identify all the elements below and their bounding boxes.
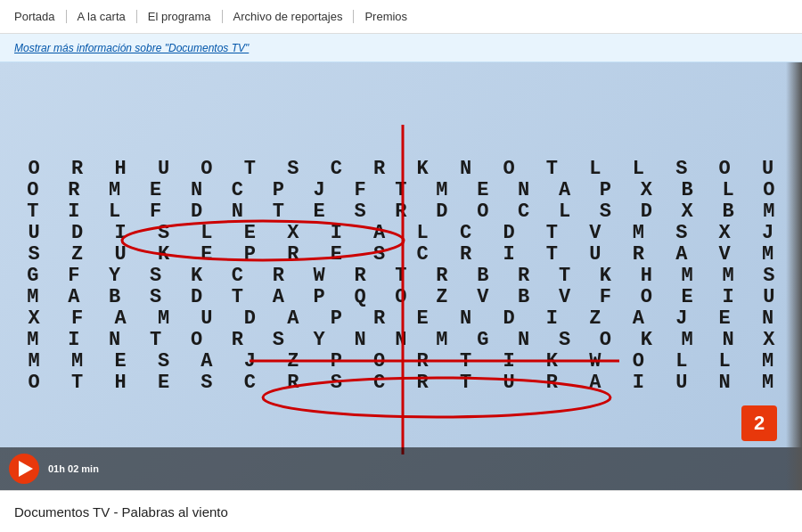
nav-archivo[interactable]: Archivo de reportajes <box>223 10 355 23</box>
grid-cell: O <box>630 288 662 307</box>
grid-cell: A <box>262 288 294 307</box>
grid-cell: Z <box>61 245 94 265</box>
grid-cell: R <box>406 352 438 372</box>
grid-cell: N <box>450 160 482 179</box>
nav-portada[interactable]: Portada <box>14 10 67 23</box>
nav-a-la-carta[interactable]: A la carta <box>67 10 137 23</box>
grid-row: O T H E S C R S C R T U R A I U N M <box>12 373 790 393</box>
grid-cell: P <box>262 181 294 201</box>
grid-cell: N <box>712 331 744 350</box>
grid-cell: O <box>17 181 49 201</box>
grid-cell: M <box>752 373 784 393</box>
grid-row: O R H U O T S C R K N O T L L S O U <box>12 160 790 179</box>
grid-cell: S <box>753 266 785 286</box>
grid-cell: L <box>622 160 654 179</box>
grid-cell: G <box>467 331 499 350</box>
grid-cell: M <box>61 352 94 372</box>
grid-cell: B <box>508 288 540 307</box>
grid-cell: U <box>579 245 611 265</box>
grid-cell: O <box>181 331 213 350</box>
word-search-grid: O R H U O T S C R K N O T L L S O U O R … <box>0 62 802 490</box>
grid-cell: I <box>493 245 525 265</box>
grid-cell: T <box>450 373 482 393</box>
grid-cell: P <box>303 288 335 307</box>
grid-cell: C <box>406 245 438 265</box>
grid-cell: Y <box>99 266 131 286</box>
grid-cell: A <box>622 309 654 329</box>
grid-cell: S <box>18 245 50 265</box>
grid-cell: X <box>18 309 50 329</box>
grid-cell: S <box>262 331 294 350</box>
channel-logo: 2 <box>741 405 777 441</box>
play-button[interactable] <box>9 454 39 484</box>
nav-premios[interactable]: Premios <box>354 10 418 23</box>
grid-cell: U <box>104 245 136 265</box>
grid-cell: R <box>364 160 396 179</box>
grid-cell: E <box>140 181 172 201</box>
grid-cell: N <box>508 331 540 350</box>
grid-cell: S <box>589 202 621 222</box>
grid-cell: J <box>752 224 784 243</box>
grid-cell: S <box>666 160 698 179</box>
grid-cell: S <box>148 224 180 243</box>
info-bar[interactable]: Mostrar más información sobre "Documento… <box>0 34 802 62</box>
grid-cell: T <box>385 266 417 286</box>
grid-cell: R <box>364 309 396 329</box>
grid-cell: X <box>708 224 741 243</box>
grid-cell: L <box>549 202 581 222</box>
grid-cell: D <box>233 309 266 329</box>
grid-cell: O <box>622 352 654 372</box>
grid-cell: E <box>320 245 352 265</box>
grid-cell: T <box>140 331 172 350</box>
time-display: 01h 02 min <box>48 463 99 474</box>
nav-el-programa[interactable]: El programa <box>137 10 223 23</box>
grid-cell: R <box>426 266 458 286</box>
grid-cell: O <box>18 160 50 179</box>
grid-cell: N <box>752 309 784 329</box>
grid-cell: P <box>589 181 621 201</box>
grid-cell: R <box>536 373 568 393</box>
grid-row-aprendizaje: X F A M U D A P R E N D I Z A J E N <box>12 309 790 329</box>
grid-cell: A <box>277 309 309 329</box>
grid-cell: P <box>233 245 266 265</box>
grid-cell: C <box>364 373 396 393</box>
grid-cell: C <box>508 202 540 222</box>
grid-cell: D <box>493 224 525 243</box>
grid-cell: Z <box>426 288 458 307</box>
grid-cell: K <box>181 266 213 286</box>
grid-cell: M <box>99 181 131 201</box>
grid-cell: P <box>320 352 352 372</box>
grid-row: T I L F D N T E S R D O C L S D X B M <box>12 202 790 222</box>
grid-cell: M <box>426 181 458 201</box>
grid-row: O R M E N C P J F T M E N A P X B L O <box>12 181 790 201</box>
grid-cell: W <box>579 352 611 372</box>
grid-cell: Z <box>277 352 309 372</box>
grid-cell: F <box>58 266 90 286</box>
grid-cell: L <box>99 202 131 222</box>
grid-cell: S <box>277 160 309 179</box>
grid-cell: D <box>61 224 94 243</box>
grid-cell: I <box>104 224 136 243</box>
grid-cell: R <box>385 202 417 222</box>
grid-cell: X <box>630 181 662 201</box>
grid-cell: J <box>303 181 335 201</box>
grid-cell: A <box>191 352 223 372</box>
grid-cell: Y <box>303 331 335 350</box>
grid-cell: H <box>104 373 136 393</box>
grid-cell: B <box>99 288 131 307</box>
grid-cell: R <box>508 266 540 286</box>
grid-cell: C <box>233 373 266 393</box>
grid-cell: M <box>752 245 784 265</box>
grid-cell: S <box>320 373 352 393</box>
grid-cell: M <box>17 288 49 307</box>
grid-cell: L <box>579 160 611 179</box>
grid-cell: M <box>426 331 458 350</box>
info-bar-text[interactable]: Mostrar más información sobre "Documento… <box>14 42 249 54</box>
grid-cell: N <box>508 181 540 201</box>
grid-cell: I <box>622 373 654 393</box>
grid-cell: K <box>148 245 180 265</box>
grid-cell: F <box>589 288 621 307</box>
grid-row: G F Y S K C R W R T R B R T K H M M S <box>12 266 790 286</box>
grid-cell: A <box>364 224 396 243</box>
grid-row: M I N T O R S Y N N M G N S O K M N X <box>12 331 790 350</box>
